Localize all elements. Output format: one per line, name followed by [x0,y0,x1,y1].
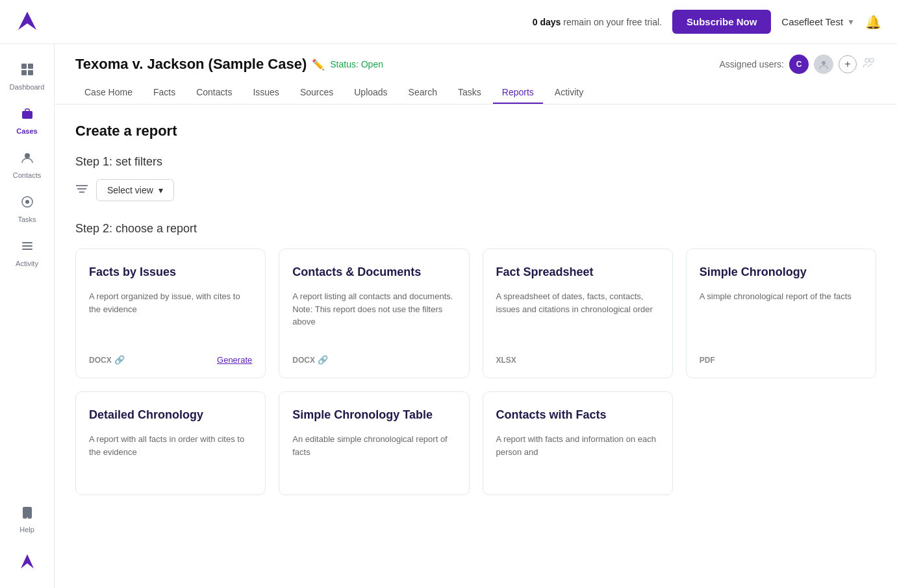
card-format-simple-chron: PDF [700,356,715,365]
card-title-simple-chron: Simple Chronology [700,265,863,280]
nav-reports[interactable]: Reports [493,82,543,104]
card-desc-simple-chron-table: An editable simple chronological report … [292,433,455,482]
sidebar-item-cases[interactable]: Cases [0,99,54,143]
nav-tasks[interactable]: Tasks [449,82,490,104]
card-format-fact-spreadsheet: XLSX [496,356,516,365]
content-area: Texoma v. Jackson (Sample Case) ✏️ Statu… [55,44,897,588]
activity-icon [20,239,34,257]
status-badge: Status: Open [330,59,383,69]
logo [16,9,39,35]
chevron-down-icon: ▼ [847,18,855,27]
sidebar-item-logo-bottom [0,544,54,578]
report-card-simple-chronology[interactable]: Simple Chronology A simple chronological… [686,249,876,378]
nav-uploads[interactable]: Uploads [345,82,396,104]
sidebar-label-activity: Activity [16,260,38,267]
svg-rect-11 [22,249,32,250]
report-cards-row1: Facts by Issues A report organized by is… [75,249,876,378]
card-title-contacts-facts: Contacts with Facts [496,408,659,423]
empty-slot [686,391,876,495]
card-desc-fact-spreadsheet: A spreadsheet of dates, facts, contacts,… [496,290,659,345]
report-card-fact-spreadsheet[interactable]: Fact Spreadsheet A spreadsheet of dates,… [483,249,673,378]
sidebar-label-cases: Cases [16,127,37,135]
top-bar-right: 0 days remain on your free trial. Subscr… [533,10,881,34]
nav-case-home[interactable]: Case Home [75,82,142,104]
avatar-user1: C [789,55,809,74]
nav-search[interactable]: Search [399,82,446,104]
user-menu[interactable]: Casefleet Test ▼ [781,16,855,27]
card-desc-contacts-facts: A report with facts and information on e… [496,433,659,482]
card-title-contacts-docs: Contacts & Documents [292,265,455,280]
nav-contacts[interactable]: Contacts [187,82,241,104]
card-desc-simple-chron: A simple chronological report of the fac… [700,290,863,345]
card-desc-detailed-chron: A report with all facts in order with ci… [89,433,252,482]
trial-days: 0 days [533,17,561,27]
dashboard-icon [20,62,34,80]
edit-icon[interactable]: ✏️ [312,58,325,71]
sidebar-label-help: Help [19,526,34,533]
nav-sources[interactable]: Sources [291,82,342,104]
sidebar-item-help[interactable]: Help [0,497,54,541]
svg-rect-2 [28,64,33,69]
svg-rect-3 [21,70,27,75]
report-card-detailed-chron[interactable]: Detailed Chronology A report with all fa… [75,391,266,495]
svg-point-16 [865,58,869,62]
card-footer-facts-issues: DOCX 🔗 Generate [89,355,252,365]
svg-point-15 [822,61,826,65]
subscribe-button[interactable]: Subscribe Now [672,10,771,34]
bell-icon[interactable]: 🔔 [865,14,881,30]
sidebar-label-dashboard: Dashboard [10,83,45,91]
svg-rect-4 [28,70,33,75]
svg-point-8 [25,200,29,204]
sidebar-label-tasks: Tasks [18,215,36,223]
svg-marker-0 [18,12,36,30]
select-view-chevron-icon: ▾ [158,185,163,195]
case-title-left: Texoma v. Jackson (Sample Case) ✏️ Statu… [75,56,383,73]
nav-issues[interactable]: Issues [244,82,288,104]
svg-rect-5 [22,111,32,119]
filters-row: Select view ▾ [75,179,876,201]
card-footer-simple-chron: PDF [700,356,863,365]
select-view-button[interactable]: Select view ▾ [96,179,174,201]
link-icon-2: 🔗 [318,355,328,365]
user-name: Casefleet Test [781,16,843,27]
report-card-contacts-documents[interactable]: Contacts & Documents A report listing al… [279,249,469,378]
svg-rect-9 [22,242,32,243]
nav-facts[interactable]: Facts [144,82,184,104]
sidebar: Dashboard Cases Contacts [0,44,55,588]
report-card-simple-chron-table[interactable]: Simple Chronology Table An editable simp… [279,391,469,495]
card-title-detailed-chron: Detailed Chronology [89,408,252,423]
svg-rect-10 [22,245,32,247]
card-format-facts-issues: DOCX 🔗 [89,355,125,365]
step2-label: Step 2: choose a report [75,222,876,236]
assigned-users-row: Assigned users: C + [719,55,876,74]
report-card-contacts-facts[interactable]: Contacts with Facts A report with facts … [483,391,673,495]
avatar-user2 [814,55,833,74]
sidebar-item-dashboard[interactable]: Dashboard [0,55,54,99]
svg-point-6 [25,153,30,158]
case-title-row: Texoma v. Jackson (Sample Case) ✏️ Statu… [75,55,876,74]
card-footer-fact-spreadsheet: XLSX [496,356,659,365]
case-header: Texoma v. Jackson (Sample Case) ✏️ Statu… [55,44,897,104]
generate-link-facts-issues[interactable]: Generate [217,355,252,365]
tasks-icon [20,195,34,213]
svg-point-17 [870,58,874,62]
card-desc-contacts-docs: A report listing all contacts and docume… [292,290,455,345]
help-icon [20,505,34,523]
step1-label: Step 1: set filters [75,155,876,169]
page-title: Create a report [75,123,876,140]
top-bar: 0 days remain on your free trial. Subscr… [0,0,897,44]
sidebar-item-contacts[interactable]: Contacts [0,143,54,187]
sidebar-label-contacts: Contacts [13,171,41,179]
status-value: Open [361,59,383,69]
status-label: Status: [330,59,359,69]
contacts-icon [20,151,34,169]
svg-marker-14 [21,554,34,569]
report-page: Create a report Step 1: set filters Sele… [55,104,897,588]
sidebar-item-activity[interactable]: Activity [0,231,54,275]
card-footer-contacts-docs: DOCX 🔗 [292,355,455,365]
sidebar-item-tasks[interactable]: Tasks [0,187,54,231]
add-user-button[interactable]: + [839,55,857,73]
nav-activity[interactable]: Activity [546,82,592,104]
card-title-facts-issues: Facts by Issues [89,265,252,280]
report-card-facts-by-issues[interactable]: Facts by Issues A report organized by is… [75,249,266,378]
